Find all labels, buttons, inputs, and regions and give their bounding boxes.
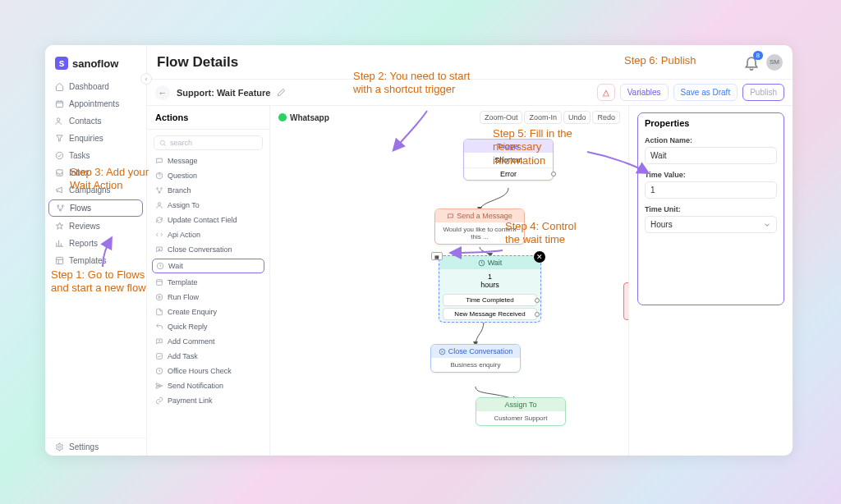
sidebar-item-settings[interactable]: Settings (45, 438, 146, 456)
action-add-task[interactable]: Add Task (147, 349, 269, 364)
back-button[interactable]: ← (155, 85, 170, 100)
flow-canvas[interactable]: Whatsapp Zoom-Out Zoom-In Undo Redo (270, 106, 628, 456)
collapse-sidebar-button[interactable]: ‹ (140, 73, 152, 85)
flow-name: Support: Wait Feature (177, 88, 270, 98)
warning-button[interactable]: △ (597, 84, 615, 101)
inbox-icon (55, 168, 64, 177)
sidebar-item-appointments[interactable]: Appointments (45, 95, 146, 112)
action-office-hours[interactable]: Office Hours Check (147, 364, 269, 378)
svg-point-11 (161, 188, 163, 190)
sidebar-item-templates[interactable]: Templates (45, 252, 146, 269)
users-icon (55, 117, 64, 126)
action-name-input[interactable] (645, 147, 777, 164)
svg-point-8 (160, 140, 164, 144)
task-icon (155, 352, 163, 360)
search-icon (159, 140, 167, 147)
avatar[interactable]: SM (766, 54, 783, 71)
action-send-notification[interactable]: Send Notification (147, 378, 269, 393)
node-assign-to[interactable]: Assign To Customer Support (476, 397, 566, 426)
notification-count: 8 (753, 51, 763, 60)
action-wait[interactable]: Wait (152, 259, 264, 273)
sidebar-item-inbox[interactable]: Inbox (45, 164, 146, 181)
sidebar-item-contacts[interactable]: Contacts (45, 112, 146, 130)
branch-icon (56, 204, 65, 213)
reply-icon (155, 323, 163, 331)
template-icon (155, 278, 163, 286)
action-close-conversation[interactable]: Close Conversation (147, 242, 269, 257)
port[interactable] (535, 298, 540, 303)
node-trigger-title: Trigger (464, 140, 553, 153)
properties-title: Properties (645, 118, 777, 128)
edit-icon[interactable] (277, 88, 286, 97)
action-assign-to[interactable]: Assign To (147, 198, 269, 213)
chart-icon (55, 239, 64, 248)
action-add-comment[interactable]: Add Comment (147, 334, 269, 349)
time-unit-select[interactable]: Hours (645, 216, 777, 233)
action-payment-link[interactable]: Payment Link (147, 393, 269, 408)
redo-button[interactable]: Redo (592, 111, 620, 124)
action-quick-reply[interactable]: Quick Reply (147, 319, 269, 334)
brand-name: sanoflow (72, 57, 118, 70)
node-trigger[interactable]: Trigger Shortcut Error (463, 139, 554, 181)
code-icon (155, 231, 163, 239)
message2-icon (447, 213, 454, 220)
node-send-body: Would you like to confirm this ... (435, 222, 524, 244)
svg-point-3 (57, 205, 59, 207)
action-update-contact[interactable]: Update Contact Field (147, 213, 269, 227)
sidebar-item-campaigns[interactable]: Campaigns (45, 181, 146, 199)
save-draft-button[interactable]: Save as Draft (673, 84, 738, 101)
notifications-button[interactable]: 8 (743, 54, 760, 71)
sidebar-item-reviews[interactable]: Reviews (45, 218, 146, 235)
whatsapp-icon (278, 113, 287, 121)
svg-point-7 (58, 446, 61, 448)
action-list: Message Question Branch Assign To Update… (147, 153, 269, 456)
action-template[interactable]: Template (147, 275, 269, 290)
nav-list: Dashboard Appointments Contacts Enquirie… (45, 78, 146, 269)
action-create-enquiry[interactable]: Create Enquiry (147, 305, 269, 319)
action-search[interactable]: search (154, 135, 263, 150)
header: Flow Details 8 SM (147, 45, 793, 80)
workspace: Actions search Message Question Branch A… (147, 106, 793, 456)
action-run-flow[interactable]: Run Flow (147, 290, 269, 305)
node-wait[interactable]: ▦ ✕ Wait 1hours Time Completed New Messa… (439, 255, 541, 323)
undo-button[interactable]: Undo (563, 111, 591, 124)
svg-rect-17 (157, 354, 163, 360)
sidebar-item-enquiries[interactable]: Enquiries (45, 130, 146, 147)
subheader: ← Support: Wait Feature △ Variables Save… (147, 80, 793, 106)
node-close-conversation[interactable]: Close Conversation Business enquiry (430, 344, 521, 373)
svg-rect-15 (157, 280, 163, 286)
layout-icon (55, 256, 64, 265)
refresh-icon (155, 216, 163, 224)
action-branch[interactable]: Branch (147, 183, 269, 198)
actions-panel: Actions search Message Question Branch A… (147, 106, 270, 456)
action-name-label: Action Name: (645, 136, 777, 144)
clock2-icon (155, 367, 163, 375)
node-wait-row2: New Message Received (443, 308, 537, 320)
publish-button[interactable]: Publish (742, 84, 784, 101)
sidebar-item-dashboard[interactable]: Dashboard (45, 78, 146, 95)
brand: s sanoflow (45, 53, 146, 78)
page-title: Flow Details (157, 54, 238, 71)
time-value-input[interactable] (645, 181, 777, 199)
zoom-out-button[interactable]: Zoom-Out (480, 111, 523, 124)
node-delete-icon[interactable]: ✕ (534, 251, 545, 263)
action-message[interactable]: Message (147, 153, 269, 168)
message-icon (155, 157, 163, 165)
port[interactable] (535, 312, 540, 317)
action-api[interactable]: Api Action (147, 227, 269, 242)
home-icon (55, 82, 64, 91)
node-wait-body: 1hours (439, 269, 540, 292)
node-wait-title: Wait (439, 256, 540, 269)
sidebar-item-reports[interactable]: Reports (45, 235, 146, 252)
node-send-message[interactable]: Send a Message Would you like to confirm… (434, 208, 525, 245)
port[interactable] (551, 172, 556, 176)
sidebar-item-tasks[interactable]: Tasks (45, 147, 146, 164)
sidebar-item-flows[interactable]: Flows (48, 199, 143, 217)
svg-point-16 (156, 294, 163, 300)
variables-button[interactable]: Variables (620, 84, 669, 101)
action-question[interactable]: Question (147, 168, 269, 183)
comment-icon (155, 337, 163, 346)
node-wait-row1: Time Completed (443, 294, 537, 306)
user-icon (155, 201, 163, 209)
zoom-in-button[interactable]: Zoom-In (524, 111, 562, 124)
